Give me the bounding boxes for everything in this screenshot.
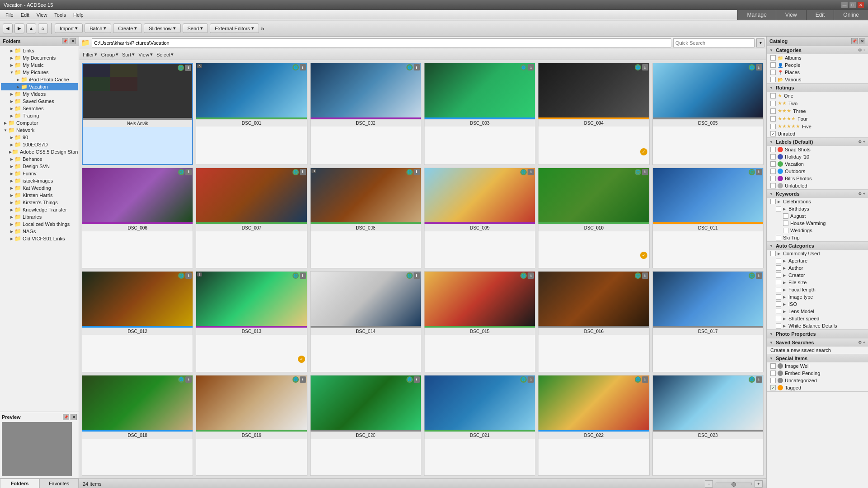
mode-edit-button[interactable]: Edit <box>806 10 834 20</box>
tree-expand-icon[interactable]: ▶ <box>9 229 14 234</box>
lens-model-checkbox[interactable] <box>776 309 781 314</box>
tree-item-my-documents[interactable]: ▶ 📁 My Documents <box>1 54 78 61</box>
category-various[interactable]: 📂 Various <box>767 76 868 83</box>
author-checkbox[interactable] <box>776 265 781 271</box>
categories-add-icon[interactable]: + <box>863 48 865 52</box>
photo-item-dsc-022[interactable]: 🌐 ℹ DSC_022 <box>538 375 649 476</box>
tree-item-computer[interactable]: ▶ 📁 Computer <box>1 119 78 127</box>
label-vacation[interactable]: Vacation <box>767 160 868 168</box>
unlabeled-checkbox[interactable] <box>770 183 776 188</box>
embed-pending-checkbox[interactable] <box>770 371 776 376</box>
tree-expand-icon[interactable]: ▼ <box>3 127 8 133</box>
keywords-header[interactable]: ▼ Keywords ⚙ + <box>767 190 868 198</box>
batch-button[interactable]: Batch ▾ <box>85 23 111 33</box>
saved-searches-settings-icon[interactable]: ⚙ <box>858 340 862 345</box>
auto-iso[interactable]: ▶ ISO <box>767 300 868 308</box>
uncategorized-checkbox[interactable] <box>770 378 776 383</box>
tree-item-ipod-photo-cache[interactable]: ▶ 📁 iPod Photo Cache <box>1 76 78 83</box>
tree-expand-icon[interactable]: ▶ <box>3 120 8 126</box>
zoom-slider-thumb[interactable] <box>731 482 736 487</box>
label-unlabeled[interactable]: Unlabeled <box>767 182 868 189</box>
photo-item-nels anvik[interactable]: 🌐 ℹ Nels Anvik <box>82 63 193 165</box>
rating-three-checkbox[interactable] <box>770 108 776 114</box>
labels-header[interactable]: ▼ Labels (Default) ⚙ + <box>767 138 868 146</box>
auto-author[interactable]: ▶ Author <box>767 264 868 272</box>
nav-home-button[interactable]: ⌂ <box>38 23 48 33</box>
auto-creator[interactable]: ▶ Creator <box>767 272 868 279</box>
celebrations-checkbox[interactable] <box>770 199 776 204</box>
minimize-button[interactable]: — <box>841 2 848 8</box>
preview-close-button[interactable]: ✕ <box>71 414 77 420</box>
auto-image-type[interactable]: ▶ Image type <box>767 293 868 300</box>
label-holiday[interactable]: Holiday '10 <box>767 153 868 160</box>
nav-up-button[interactable]: ▲ <box>26 23 36 33</box>
keywords-add-icon[interactable]: + <box>863 192 865 196</box>
label-bills-photos[interactable]: Bill's Photos <box>767 175 868 182</box>
create-saved-search[interactable]: Create a new saved search <box>767 347 868 354</box>
tree-expand-icon[interactable]: ▶ <box>9 91 14 97</box>
tree-item-searches[interactable]: ▶ 📁 Searches <box>1 105 78 112</box>
photo-item-dsc-003[interactable]: 🌐 ℹ DSC_003 <box>424 63 535 165</box>
aperture-checkbox[interactable] <box>776 258 781 263</box>
photo-item-dsc-019[interactable]: 🌐 ℹ DSC_019 <box>196 375 307 476</box>
tree-item-links[interactable]: ▶ 📁 Links <box>1 47 78 54</box>
tree-expand-icon[interactable]: ▶ <box>9 192 14 198</box>
rating-three[interactable]: ★★★ Three <box>767 107 868 115</box>
mode-manage-button[interactable]: Manage <box>737 10 775 20</box>
tree-expand-icon[interactable]: ▶ <box>9 62 14 68</box>
auto-file-size[interactable]: ▶ File size <box>767 279 868 286</box>
photo-item-dsc-007[interactable]: 🌐 ℹ DSC_007 <box>196 168 307 269</box>
menu-tools[interactable]: Tools <box>51 11 70 19</box>
august-checkbox[interactable] <box>783 213 788 219</box>
tree-item-kirsten-harris[interactable]: ▶ 📁 Kirsten Harris <box>1 192 78 199</box>
keywords-settings-icon[interactable]: ⚙ <box>858 192 862 196</box>
white-balance-checkbox[interactable] <box>776 323 781 328</box>
label-outdoors[interactable]: Outdoors <box>767 168 868 175</box>
keyword-celebrations[interactable]: ▶ Celebrations <box>767 198 868 205</box>
folders-tree[interactable]: ▶ 📁 Links ▶ 📁 My Documents ▶ 📁 My Music … <box>0 46 79 412</box>
tree-item-old-vicfs01-links[interactable]: ▶ 📁 Old VICFS01 Links <box>1 235 78 242</box>
photo-item-dsc-001[interactable]: 5 🌐 ℹ DSC_001 <box>196 63 307 165</box>
tree-expand-icon[interactable]: ▶ <box>9 221 14 227</box>
import-button[interactable]: Import ▾ <box>55 23 83 33</box>
external-editors-button[interactable]: External Editors ▾ <box>210 23 259 33</box>
tree-expand-icon[interactable]: ▶ <box>15 77 21 82</box>
tree-item-my-videos[interactable]: ▶ 📁 My Videos <box>1 90 78 98</box>
photo-item-dsc-020[interactable]: 🌐 ℹ DSC_020 <box>310 375 421 476</box>
tree-item-kat-wedding[interactable]: ▶ 📁 Kat Wedding <box>1 184 78 192</box>
saved-searches-add-icon[interactable]: + <box>863 340 865 345</box>
categories-header[interactable]: ▼ Categories ⚙ + <box>767 46 868 54</box>
toolbar-extra-icon[interactable]: » <box>261 25 264 32</box>
rating-five-checkbox[interactable] <box>770 124 776 129</box>
keyword-ski-trip[interactable]: Ski Trip <box>767 234 868 241</box>
zoom-in-button[interactable]: + <box>755 480 763 488</box>
photo-item-dsc-004[interactable]: 🌐 ℹ ✓ DSC_004 <box>538 63 649 165</box>
photo-item-dsc-015[interactable]: 🌐 ℹ DSC_015 <box>424 271 535 372</box>
photo-item-dsc-023[interactable]: 🌐 ℹ DSC_023 <box>652 375 764 476</box>
catalog-close-button[interactable]: ✕ <box>859 38 865 44</box>
tree-item-network[interactable]: ▼ 📁 Network <box>1 127 78 134</box>
outdoors-checkbox[interactable] <box>770 169 776 174</box>
rating-four[interactable]: ★★★★ Four <box>767 115 868 122</box>
tree-item-100eos7d[interactable]: ▶ 📁 100EOS7D <box>1 141 78 148</box>
folders-close-button[interactable]: ✕ <box>70 38 76 44</box>
bills-photos-checkbox[interactable] <box>770 176 776 181</box>
image-well-checkbox[interactable] <box>770 363 776 369</box>
tree-item-kirsten's-things[interactable]: ▶ 📁 Kirsten's Things <box>1 199 78 206</box>
unrated-checkbox[interactable]: ✓ <box>770 131 776 136</box>
rating-five[interactable]: ★★★★★ Five <box>767 122 868 130</box>
rating-one[interactable]: ★ One <box>767 92 868 99</box>
filter-button[interactable]: Filter ▾ <box>83 52 97 57</box>
category-albums[interactable]: 📁 Albums <box>767 54 868 61</box>
creator-checkbox[interactable] <box>776 272 781 278</box>
sort-button[interactable]: Sort ▾ <box>122 52 135 57</box>
auto-lens-model[interactable]: ▶ Lens Model <box>767 308 868 315</box>
rating-two[interactable]: ★★ Two <box>767 99 868 107</box>
file-size-checkbox[interactable] <box>776 280 781 285</box>
snapshots-checkbox[interactable] <box>770 147 776 152</box>
places-checkbox[interactable] <box>770 70 776 75</box>
keyword-house-warming[interactable]: House Warming <box>767 220 868 227</box>
photo-item-dsc-014[interactable]: 🌐 ℹ DSC_014 <box>310 271 421 372</box>
various-checkbox[interactable] <box>770 77 776 82</box>
tree-expand-icon[interactable]: ▶ <box>9 164 14 169</box>
